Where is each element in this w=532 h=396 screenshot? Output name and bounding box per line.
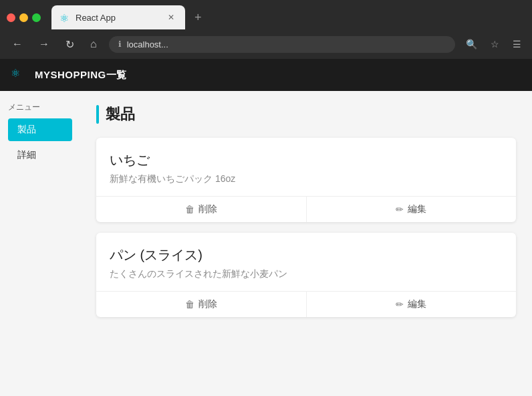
browser-chrome: ⚛ React App ✕ + ← → ↻ ⌂ ℹ localhost... 🔍… xyxy=(0,0,532,59)
search-icon[interactable]: 🔍 xyxy=(463,37,480,51)
page-title-wrapper: 製品 xyxy=(96,104,516,124)
active-tab[interactable]: ⚛ React App ✕ xyxy=(51,5,185,29)
sidebar: メニュー 製品 詳細 xyxy=(0,91,80,396)
window-maximize-btn[interactable] xyxy=(32,13,41,22)
back-button[interactable]: ← xyxy=(8,35,27,53)
reading-list-icon[interactable]: ☰ xyxy=(510,37,524,51)
forward-button[interactable]: → xyxy=(35,35,53,53)
product-1-name: いちご xyxy=(110,151,503,169)
window-close-btn[interactable] xyxy=(7,13,15,22)
product-2-delete-button[interactable]: 🗑 削除 xyxy=(96,292,306,317)
app-title: MYSHOPPING一覧 xyxy=(35,69,127,82)
product-1-edit-button[interactable]: ✏ 編集 xyxy=(306,197,517,222)
reload-button[interactable]: ↻ xyxy=(61,35,78,54)
product-2-delete-label: 削除 xyxy=(198,298,217,310)
app-header: ⚛ MYSHOPPING一覧 xyxy=(0,59,532,91)
bookmark-icon[interactable]: ☆ xyxy=(488,37,502,51)
tab-title-label: React App xyxy=(76,13,116,23)
product-1-delete-label: 削除 xyxy=(198,203,217,215)
tab-react-icon: ⚛ xyxy=(59,12,70,23)
trash-icon: 🗑 xyxy=(185,204,194,215)
url-bar[interactable]: ℹ localhost... xyxy=(109,36,455,53)
edit-icon-2: ✏ xyxy=(396,299,404,310)
edit-icon: ✏ xyxy=(396,204,404,215)
product-2-description: たくさんのスライスされた新鮮な小麦パン xyxy=(110,268,503,280)
sidebar-item-products[interactable]: 製品 xyxy=(8,118,72,141)
page-title: 製品 xyxy=(106,104,135,124)
new-tab-button[interactable]: + xyxy=(189,8,207,27)
trash-icon-2: 🗑 xyxy=(185,299,194,310)
product-card-1: いちご 新鮮な有機いちごパック 16oz 🗑 削除 ✏ 編集 xyxy=(96,138,516,222)
window-minimize-btn[interactable] xyxy=(19,13,28,22)
home-button[interactable]: ⌂ xyxy=(86,35,101,53)
product-2-edit-button[interactable]: ✏ 編集 xyxy=(306,292,517,317)
content-area: 製品 いちご 新鮮な有機いちごパック 16oz 🗑 削除 ✏ 編集 xyxy=(80,91,532,396)
tab-close-icon[interactable]: ✕ xyxy=(165,11,177,23)
product-1-description: 新鮮な有機いちごパック 16oz xyxy=(110,173,503,185)
product-1-edit-label: 編集 xyxy=(408,203,426,215)
page-title-accent-bar xyxy=(96,105,99,124)
product-card-2-actions: 🗑 削除 ✏ 編集 xyxy=(96,291,516,317)
product-2-name: パン (スライス) xyxy=(110,246,503,264)
address-bar: ← → ↻ ⌂ ℹ localhost... 🔍 ☆ ☰ xyxy=(0,29,532,59)
sidebar-menu-label: メニュー xyxy=(8,102,72,113)
window-controls xyxy=(7,13,41,22)
url-text: localhost... xyxy=(127,39,446,50)
product-card-2-body: パン (スライス) たくさんのスライスされた新鮮な小麦パン xyxy=(96,233,516,291)
product-card-1-body: いちご 新鮮な有機いちごパック 16oz xyxy=(96,138,516,196)
sidebar-item-detail[interactable]: 詳細 xyxy=(8,144,72,167)
main-layout: メニュー 製品 詳細 製品 いちご 新鮮な有機いちごパック 16oz 🗑 削除 … xyxy=(0,91,532,396)
app-logo-icon: ⚛ xyxy=(11,67,27,83)
tab-bar: ⚛ React App ✕ + xyxy=(0,0,532,29)
product-card-1-actions: 🗑 削除 ✏ 編集 xyxy=(96,196,516,222)
product-card-2: パン (スライス) たくさんのスライスされた新鮮な小麦パン 🗑 削除 ✏ 編集 xyxy=(96,233,516,317)
product-2-edit-label: 編集 xyxy=(408,298,426,310)
product-1-delete-button[interactable]: 🗑 削除 xyxy=(96,197,306,222)
lock-icon: ℹ xyxy=(118,39,122,49)
